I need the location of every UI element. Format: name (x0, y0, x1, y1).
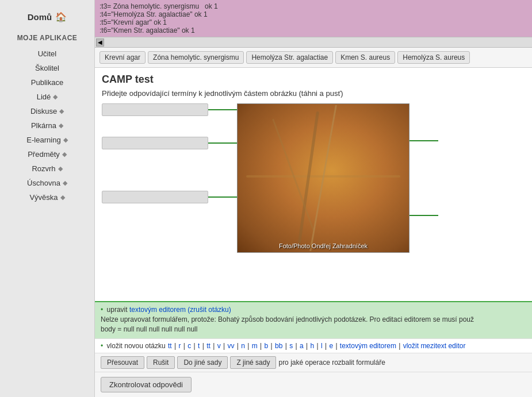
tags-row: Krevní agar Zóna hemolytic. synergismu H… (95, 48, 532, 68)
question-title: CAMP test (102, 74, 525, 86)
connector-line-3 (208, 196, 237, 198)
sidebar-item-label: Předměty (28, 150, 60, 159)
rusit-button[interactable]: Rušit (147, 356, 175, 369)
action-buttons-row: Přesouvat Rušit Do jiné sady Z jiné sady… (95, 353, 532, 372)
link-tt1[interactable]: tt (168, 342, 172, 350)
camp-image: Foto/Photo Ondřej Zahradníček (237, 103, 409, 253)
dnd-container: Foto/Photo Ondřej Zahradníček (102, 103, 525, 253)
bullet-icon: • (101, 306, 103, 314)
tag-hemolýza-saureus[interactable]: Hemolýza S. aureus (397, 51, 470, 64)
arrow-icon: ◆ (59, 107, 64, 115)
scroll-bar[interactable]: ◀ (95, 37, 532, 48)
tag-zona-hemolytic[interactable]: Zóna hemolytic. synergismu (148, 51, 244, 64)
link-r[interactable]: r (178, 342, 181, 350)
tag-krevni-agar[interactable]: Krevní agar (99, 51, 146, 64)
sidebar-item-vyvěska[interactable]: Vývěska ◆ (0, 190, 94, 205)
tag-hemolýza-agalactiae[interactable]: Hemolýza Str. agalactiae (246, 51, 333, 64)
do-jine-sady-button[interactable]: Do jiné sady (177, 356, 228, 369)
link-e[interactable]: e (329, 342, 333, 350)
link-t[interactable]: t (198, 342, 200, 350)
link-mezitext[interactable]: vložit mezitext editor (403, 342, 466, 350)
sidebar-item-uschovna[interactable]: Úschovna ◆ (0, 176, 94, 190)
right-line-1 (409, 140, 438, 141)
arrow-icon: ◆ (58, 165, 63, 172)
action-text: pro jaké operace rozbalit formuláře (278, 359, 385, 367)
link-h[interactable]: h (310, 342, 314, 350)
link-c[interactable]: c (187, 342, 191, 350)
link-s[interactable]: s (289, 342, 293, 350)
sidebar-item-label: E-learning (26, 136, 60, 144)
edit-line: • upravit textovým editorem (zrušit otáz… (101, 306, 526, 314)
link-m[interactable]: m (252, 342, 258, 350)
sidebar-section-title: MOJE APLIKACE (0, 32, 94, 47)
sidebar-item-label: Lidé (37, 92, 51, 101)
body-value: body = null null null null null null (101, 325, 526, 333)
sidebar-item-ucitel[interactable]: Učitel (0, 47, 94, 61)
drop-input-3[interactable] (102, 191, 208, 203)
insert-row: • vložit novou otázku tt | r | c | t | t… (95, 338, 532, 353)
cancel-link[interactable]: (zrušit otázku) (187, 306, 231, 314)
sidebar-item-label: Školitel (35, 64, 59, 72)
link-tt2[interactable]: tt (206, 342, 210, 350)
dnd-row-2 (102, 137, 237, 149)
arrow-icon: ◆ (60, 194, 65, 201)
image-caption: Foto/Photo Ondřej Zahradníček (238, 242, 409, 249)
arrow-icon: ◆ (63, 179, 67, 187)
left-drop-col (102, 103, 237, 203)
sidebar-item-label: Diskuse (30, 107, 57, 115)
drop-input-1[interactable] (102, 103, 208, 116)
log-line-1: :t3= Zóna hemolytic. synergismu ok 1 (99, 2, 527, 10)
sidebar-item-label: Plkárna (31, 121, 56, 130)
link-vv[interactable]: vv (227, 342, 234, 350)
link-n[interactable]: n (241, 342, 245, 350)
arrow-icon: ◆ (59, 122, 63, 129)
presouvat-button[interactable]: Přesouvat (101, 356, 144, 369)
sidebar-item-skolitel[interactable]: Školitel (0, 61, 94, 75)
link-l[interactable]: l (321, 342, 323, 350)
right-connector-2 (409, 215, 438, 216)
camp-image-container: Foto/Photo Ondřej Zahradníček (237, 103, 409, 253)
z-jine-sady-button[interactable]: Z jiné sady (230, 356, 276, 369)
sidebar-item-diskuse[interactable]: Diskuse ◆ (0, 104, 94, 118)
check-button[interactable]: Zkontrolovat odpovědi (101, 377, 192, 392)
question-area: CAMP test Přidejte odpovídající termíny … (95, 68, 532, 301)
sidebar-item-plkarna[interactable]: Plkárna ◆ (0, 118, 94, 133)
sidebar: Domů 🏠 MOJE APLIKACE Učitel Školitel Pub… (0, 0, 95, 397)
link-v[interactable]: v (217, 342, 221, 350)
warning-text: Nelze upravovat formulářem, protože: Boh… (101, 315, 526, 323)
sidebar-item-elearning[interactable]: E-learning ◆ (0, 133, 94, 147)
right-line-2 (409, 215, 438, 216)
sidebar-item-predmety[interactable]: Předměty ◆ (0, 147, 94, 161)
sidebar-item-rozvrh[interactable]: Rozvrh ◆ (0, 161, 94, 176)
sidebar-item-label: Vývěska (29, 193, 58, 202)
link-a[interactable]: a (300, 342, 304, 350)
main-content: :t3= Zóna hemolytic. synergismu ok 1 :t4… (95, 0, 532, 397)
log-line-2: :t4="Hemolýza Str. agalactiae" ok 1 (99, 10, 527, 18)
link-b[interactable]: b (265, 342, 269, 350)
link-bb[interactable]: bb (275, 342, 282, 350)
sidebar-item-label: Rozvrh (32, 164, 55, 173)
drop-input-2[interactable] (102, 137, 208, 149)
tag-kmen-saureus[interactable]: Kmen S. aureus (335, 51, 395, 64)
dnd-row-3 (102, 191, 237, 203)
right-connector-1 (409, 140, 438, 141)
edit-area: • upravit textovým editorem (zrušit otáz… (95, 301, 532, 338)
edit-label: upravit (107, 306, 129, 314)
sidebar-home-label: Domů (28, 12, 52, 22)
log-line-3: :t5="Krevní agar" ok 1 (99, 18, 527, 26)
sidebar-item-lide[interactable]: Lidé ◆ (0, 90, 94, 104)
sidebar-home[interactable]: Domů 🏠 (0, 6, 94, 32)
link-text-editor[interactable]: textovým editorem (340, 342, 396, 350)
arrow-icon: ◆ (62, 151, 67, 158)
separator: | (399, 342, 402, 350)
connector-line-2 (208, 142, 237, 144)
sidebar-item-publikace[interactable]: Publikace (0, 75, 94, 90)
insert-prefix: vložit novou otázku (107, 342, 167, 350)
check-row: Zkontrolovat odpovědi (95, 372, 532, 397)
top-log: :t3= Zóna hemolytic. synergismu ok 1 :t4… (95, 0, 532, 37)
text-editor-link[interactable]: textovým editorem (129, 306, 186, 314)
dnd-row-1 (102, 103, 237, 116)
scroll-left-button[interactable]: ◀ (96, 38, 104, 47)
sidebar-item-label: Publikace (31, 78, 63, 87)
log-line-4: :t6="Kmen Str. agalactiae" ok 1 (99, 26, 527, 34)
